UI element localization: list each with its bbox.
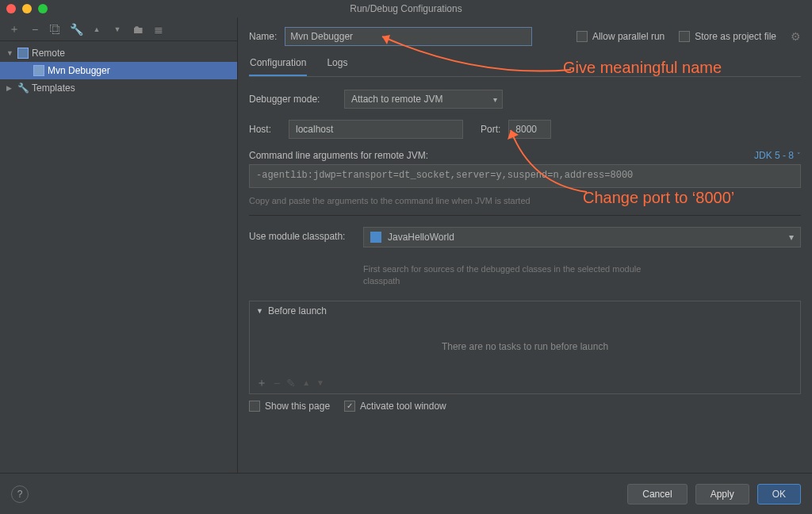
- remove-icon[interactable]: −: [29, 23, 41, 36]
- chevron-down-icon: ▼: [256, 307, 263, 315]
- wrench-icon: 🔧: [17, 82, 29, 94]
- tab-logs[interactable]: Logs: [326, 54, 348, 76]
- before-launch-section: ▼ Before launch There are no tasks to ru…: [249, 301, 801, 394]
- store-as-project-checkbox[interactable]: Store as project file: [679, 31, 776, 42]
- config-tree: ▼ Remote Mvn Debugger ▶ 🔧 Templates: [0, 41, 237, 473]
- cmd-args-field[interactable]: -agentlib:jdwp=transport=dt_socket,serve…: [249, 164, 801, 188]
- allow-parallel-checkbox[interactable]: Allow parallel run: [576, 31, 665, 42]
- edit-icon[interactable]: ✎: [286, 377, 296, 389]
- tree-node-remote[interactable]: ▼ Remote: [0, 44, 237, 62]
- apply-button[interactable]: Apply: [695, 484, 749, 504]
- host-input[interactable]: [289, 120, 463, 139]
- sidebar-toolbar: ＋ − ⿻ 🔧 ▲ ▼ 🖿 ≣: [0, 17, 237, 41]
- port-input[interactable]: [508, 120, 551, 139]
- chevron-down-icon: ▼: [6, 49, 14, 57]
- before-launch-header[interactable]: ▼ Before launch: [250, 301, 800, 320]
- main-panel: Name: Allow parallel run Store as projec…: [238, 17, 812, 473]
- tree-node-templates[interactable]: ▶ 🔧 Templates: [0, 79, 237, 97]
- tree-node-mvn-debugger[interactable]: Mvn Debugger: [0, 62, 237, 79]
- tab-configuration[interactable]: Configuration: [249, 54, 307, 76]
- jdk-version-dropdown[interactable]: JDK 5 - 8 ˅: [754, 150, 801, 161]
- module-hint: First search for sources of the debugged…: [363, 263, 649, 288]
- up-icon[interactable]: ▲: [302, 378, 310, 387]
- up-icon[interactable]: ▲: [90, 23, 103, 36]
- titlebar: Run/Debug Configurations: [0, 0, 812, 17]
- tabs: Configuration Logs: [249, 54, 801, 77]
- host-label: Host:: [249, 124, 281, 135]
- module-classpath-label: Use module classpath:: [249, 227, 355, 242]
- wrench-icon[interactable]: 🔧: [70, 23, 82, 36]
- chevron-right-icon: ▶: [6, 84, 14, 92]
- window-title: Run/Debug Configurations: [0, 3, 812, 14]
- cmd-args-label: Command line arguments for remote JVM:: [249, 150, 428, 161]
- debugger-mode-label: Debugger mode:: [249, 94, 336, 105]
- ok-button[interactable]: OK: [757, 484, 801, 504]
- add-icon[interactable]: ＋: [8, 23, 21, 36]
- remove-icon[interactable]: −: [274, 377, 280, 389]
- checkbox-checked-icon: ✓: [344, 401, 355, 412]
- folder-icon[interactable]: 🖿: [132, 23, 144, 36]
- sort-icon[interactable]: ≣: [152, 23, 165, 36]
- sidebar: ＋ − ⿻ 🔧 ▲ ▼ 🖿 ≣ ▼ Remote Mvn Debugger: [0, 17, 238, 473]
- chevron-down-icon: ˅: [797, 152, 801, 159]
- port-label: Port:: [481, 124, 500, 135]
- checkbox-icon: [576, 31, 588, 42]
- remote-icon: [17, 48, 29, 59]
- module-icon: [370, 232, 381, 243]
- show-this-page-checkbox[interactable]: Show this page: [249, 401, 330, 412]
- add-icon[interactable]: ＋: [256, 376, 267, 390]
- down-icon[interactable]: ▼: [111, 23, 124, 36]
- down-icon[interactable]: ▼: [316, 378, 324, 387]
- cancel-button[interactable]: Cancel: [627, 484, 687, 504]
- debugger-mode-select[interactable]: Attach to remote JVM: [344, 90, 503, 109]
- cmd-hint: Copy and paste the arguments to the comm…: [249, 196, 801, 205]
- activate-tool-window-checkbox[interactable]: ✓ Activate tool window: [344, 401, 446, 412]
- gear-icon[interactable]: ⚙: [791, 30, 801, 43]
- name-label: Name:: [249, 31, 277, 42]
- copy-icon[interactable]: ⿻: [49, 23, 62, 36]
- help-button[interactable]: ?: [11, 485, 29, 503]
- checkbox-icon: [679, 31, 690, 42]
- dialog-footer: Cancel Apply OK: [0, 473, 812, 514]
- run-debug-config-dialog: Run/Debug Configurations ＋ − ⿻ 🔧 ▲ ▼ 🖿 ≣…: [0, 0, 812, 514]
- before-launch-empty-text: There are no tasks to run before launch: [250, 320, 800, 373]
- name-input[interactable]: [285, 27, 532, 46]
- checkbox-icon: [249, 401, 260, 412]
- remote-config-icon: [33, 65, 44, 76]
- module-classpath-select[interactable]: JavaHelloWorld: [363, 227, 801, 247]
- before-launch-toolbar: ＋ − ✎ ▲ ▼: [250, 373, 800, 393]
